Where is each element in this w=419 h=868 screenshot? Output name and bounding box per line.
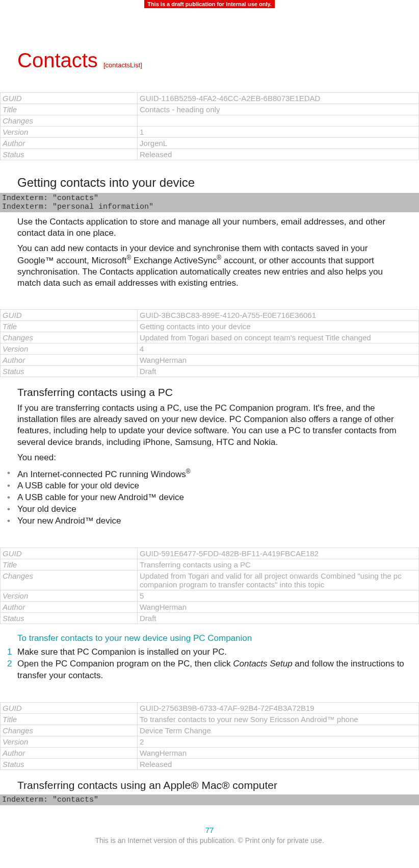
meta-label: Author (1, 138, 138, 149)
meta-value: WangHerman (138, 355, 419, 366)
meta-label: Author (1, 355, 138, 366)
meta-table-4: GUIDGUID-27563B9B-6733-47AF-92B4-72F4B3A… (0, 702, 419, 770)
meta-label: Status (1, 613, 138, 624)
meta-value: Getting contacts into your device (138, 321, 419, 332)
meta-value: Released (138, 149, 419, 160)
meta-value: Updated from Togari and valid for all pr… (138, 571, 419, 590)
ui-reference: Contacts Setup (233, 659, 292, 668)
meta-value (138, 115, 419, 127)
meta-table-3: GUIDGUID-591E6477-5FDD-482B-BF11-A419FBC… (0, 548, 419, 624)
meta-value: WangHerman (138, 747, 419, 758)
indexterm: Indexterm: "personal information" (2, 203, 417, 211)
meta-value: Released (138, 758, 419, 770)
meta-value: Contacts - heading only (138, 104, 419, 115)
meta-label: Author (1, 747, 138, 758)
meta-table-1: GUIDGUID-116B5259-4FA2-46CC-A2EB-6B8073E… (0, 92, 419, 160)
meta-label: Status (1, 366, 138, 377)
meta-value: Draft (138, 366, 419, 377)
meta-label: Version (1, 343, 138, 355)
meta-label: GUID (1, 702, 138, 713)
registered-mark: ® (186, 468, 191, 475)
steps-list: Make sure that PC Companion is installed… (7, 647, 419, 682)
section-heading-transfer-pc: Transferring contacts using a PC (17, 386, 419, 399)
meta-label: Changes (1, 115, 138, 127)
list-item: A USB cable for your new Android™ device (7, 492, 419, 504)
meta-value: 1 (138, 127, 419, 138)
meta-label: Author (1, 602, 138, 613)
paragraph: Use the Contacts application to store an… (17, 216, 402, 239)
meta-value: GUID-27563B9B-6733-47AF-92B4-72F4B3A72B1… (138, 702, 419, 713)
registered-mark: ® (126, 254, 131, 261)
page-number: 77 (0, 826, 419, 834)
meta-value: Device Term Change (138, 725, 419, 736)
meta-label: Version (1, 736, 138, 747)
procedure-heading: To transfer contacts to your new device … (17, 633, 419, 643)
meta-label: GUID (1, 310, 138, 321)
paragraph: You can add new contacts in your device … (17, 243, 402, 289)
section-heading-transfer-mac: Transferring contacts using an Apple® Ma… (17, 779, 419, 791)
meta-label: Title (1, 713, 138, 725)
footer-note: This is an Internet version of this publ… (0, 836, 419, 845)
step: Make sure that PC Companion is installed… (7, 647, 419, 658)
meta-label: Changes (1, 332, 138, 343)
page-content: Contacts [contactsList] GUIDGUID-116B525… (0, 49, 419, 855)
meta-label: Version (1, 127, 138, 138)
title-text: Contacts (17, 49, 98, 71)
text: Open the PC Companion program on the PC,… (17, 659, 233, 668)
text: Exchange ActiveSync (131, 256, 217, 265)
list-item: Your old device (7, 504, 419, 515)
meta-label: Changes (1, 725, 138, 736)
meta-value: WangHerman (138, 602, 419, 613)
meta-value: JorgenL (138, 138, 419, 149)
meta-value: GUID-591E6477-5FDD-482B-BF11-A419FBCAE18… (138, 548, 419, 559)
paragraph: You need: (17, 452, 402, 463)
indexterm: Indexterm: "contacts" (2, 194, 417, 203)
meta-value: GUID-116B5259-4FA2-46CC-A2EB-6B8073E1EDA… (138, 93, 419, 104)
meta-value: 4 (138, 343, 419, 355)
meta-label: Status (1, 149, 138, 160)
paragraph: If you are transferring contacts using a… (17, 403, 402, 448)
registered-mark: ® (217, 254, 221, 261)
indexterm-block: Indexterm: "contacts" Indexterm: "person… (0, 193, 419, 212)
meta-table-2: GUIDGUID-3BC3BC83-899E-4120-A755-E0E716E… (0, 309, 419, 377)
meta-value: Updated from Togari based on concept tea… (138, 332, 419, 343)
indexterm: Indexterm: "contacts" (2, 796, 417, 804)
text: An Internet-connected PC running Windows (17, 469, 186, 479)
meta-value: 5 (138, 590, 419, 602)
section-heading-getting-contacts: Getting contacts into your device (17, 176, 419, 190)
page-title: Contacts [contactsList] (17, 49, 419, 72)
indexterm-block: Indexterm: "contacts" (0, 795, 419, 805)
step: Open the PC Companion program on the PC,… (7, 658, 419, 682)
meta-label: Changes (1, 571, 138, 590)
list-item: An Internet-connected PC running Windows… (7, 467, 419, 481)
title-id: [contactsList] (103, 61, 142, 69)
draft-banner: This is a draft publication for internal… (144, 0, 275, 8)
meta-label: Version (1, 590, 138, 602)
meta-label: Status (1, 758, 138, 770)
meta-value: GUID-3BC3BC83-899E-4120-A755-E0E716E3606… (138, 310, 419, 321)
requirements-list: An Internet-connected PC running Windows… (7, 467, 419, 527)
list-item: A USB cable for your old device (7, 480, 419, 492)
meta-value: 2 (138, 736, 419, 747)
meta-label: GUID (1, 93, 138, 104)
meta-value: To transfer contacts to your new Sony Er… (138, 713, 419, 725)
meta-value: Draft (138, 613, 419, 624)
meta-value: Transferring contacts using a PC (138, 559, 419, 571)
meta-label: Title (1, 559, 138, 571)
list-item: Your new Android™ device (7, 515, 419, 527)
meta-label: Title (1, 104, 138, 115)
meta-label: Title (1, 321, 138, 332)
meta-label: GUID (1, 548, 138, 559)
